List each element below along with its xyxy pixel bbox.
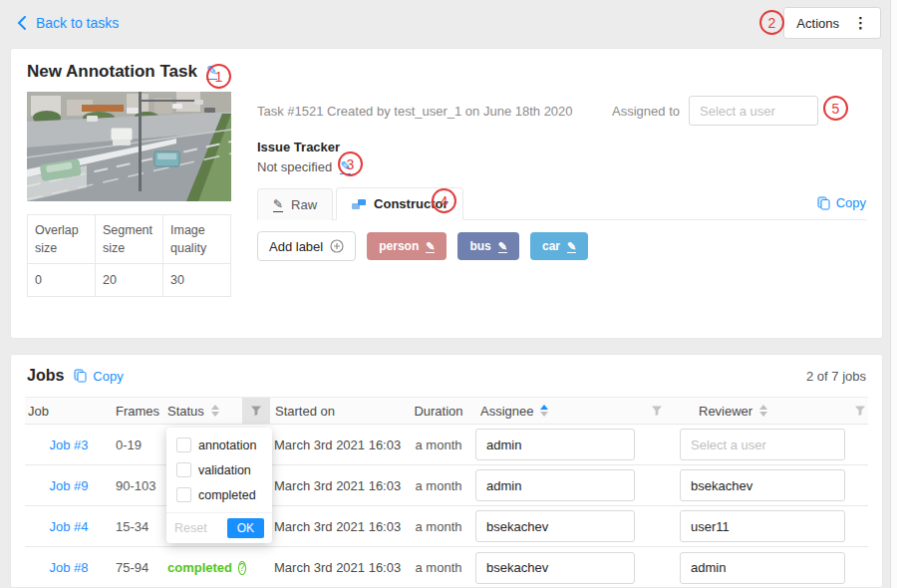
filter-option-completed-label: completed xyxy=(198,488,256,502)
column-started-on: Started on xyxy=(270,398,406,424)
actions-label: Actions xyxy=(796,16,839,31)
job-duration: a month xyxy=(406,560,471,575)
jobs-copy-link[interactable]: Copy xyxy=(74,369,123,384)
task-preview-column: Overlap size Segment size Image quality … xyxy=(27,92,231,297)
topbar-right: Actions ⋮ xyxy=(783,7,881,39)
jobs-title: Jobs xyxy=(27,367,64,385)
task-meta: Task #1521 Created by test_user_1 on Jun… xyxy=(257,104,573,119)
param-header-overlap: Overlap size xyxy=(28,215,96,264)
filter-option-annotation-label: annotation xyxy=(198,439,256,452)
plus-circle-icon xyxy=(330,239,344,253)
jobs-card: Jobs Copy 2 of 7 jobs Job Frames Status … xyxy=(10,354,883,588)
add-label-text: Add label xyxy=(269,239,323,254)
annotation-marker-1: 1 xyxy=(206,64,231,89)
param-header-segment: Segment size xyxy=(96,215,163,264)
job-row-8: Job #8 75-94 completed ? March 3rd 2021 … xyxy=(25,547,868,588)
job-frames: 90-103 xyxy=(113,478,164,493)
job-frames: 75-94 xyxy=(113,560,164,575)
column-frames: Frames xyxy=(113,398,164,424)
job-link[interactable]: Job #9 xyxy=(25,478,113,493)
annotation-marker-5: 5 xyxy=(823,96,848,121)
filter-funnel-icon xyxy=(651,405,663,417)
column-job: Job xyxy=(25,398,113,424)
job-reviewer-input[interactable] xyxy=(680,429,845,460)
column-assignee[interactable]: Assignee xyxy=(471,398,639,424)
edit-label-person-icon[interactable]: ✎ xyxy=(426,240,435,253)
back-chevron-icon xyxy=(16,16,27,30)
filter-option-annotation[interactable]: annotation xyxy=(166,433,272,457)
label-chip-person[interactable]: person ✎ xyxy=(367,232,447,260)
filter-reset-button[interactable]: Reset xyxy=(174,521,207,535)
job-link[interactable]: Job #3 xyxy=(25,438,113,452)
traffic-scene-image xyxy=(27,92,231,201)
param-value-quality: 30 xyxy=(163,264,231,297)
scrollbar-track[interactable] xyxy=(890,0,897,588)
param-header-quality: Image quality xyxy=(163,215,231,264)
label-chip-bus-text: bus xyxy=(469,239,490,253)
filter-option-completed[interactable]: completed xyxy=(166,482,272,507)
task-preview-image xyxy=(27,92,231,201)
status-filter-button[interactable] xyxy=(242,398,270,424)
constructor-blocks-icon xyxy=(352,198,366,210)
annotation-marker-2: 2 xyxy=(759,10,784,35)
jobs-table-header: Job Frames Status Started on Duration As… xyxy=(25,397,868,425)
checkbox-validation[interactable] xyxy=(176,462,191,477)
status-sort-icon[interactable] xyxy=(211,405,219,417)
add-label-button[interactable]: Add label xyxy=(257,231,356,261)
filter-ok-button[interactable]: OK xyxy=(227,518,264,538)
job-assignee-input[interactable] xyxy=(475,429,635,460)
task-title: New Annotation Task xyxy=(27,62,197,82)
job-row-9: Job #9 90-103 March 3rd 2021 16:03 a mon… xyxy=(25,465,868,506)
annotation-marker-3: 3 xyxy=(338,151,363,176)
column-reviewer[interactable]: Reviewer xyxy=(675,398,846,424)
column-status-label: Status xyxy=(167,404,204,419)
task-parameters-table: Overlap size Segment size Image quality … xyxy=(27,214,231,297)
filter-option-validation[interactable]: validation xyxy=(166,457,272,482)
job-link[interactable]: Job #4 xyxy=(25,519,113,534)
job-link[interactable]: Job #8 xyxy=(25,560,113,575)
label-chip-bus[interactable]: bus ✎ xyxy=(457,232,519,260)
job-status: completed ? xyxy=(164,560,242,575)
job-row-3: Job #3 0-19 March 3rd 2021 16:03 a month xyxy=(25,425,868,465)
reviewer-filter-button[interactable] xyxy=(846,398,874,424)
job-assignee-input[interactable] xyxy=(475,469,635,501)
jobs-count: 2 of 7 jobs xyxy=(806,369,866,384)
job-started-on: March 3rd 2021 16:03 xyxy=(270,560,406,575)
assignee-sort-icon[interactable] xyxy=(540,405,548,417)
job-started-on: March 3rd 2021 16:03 xyxy=(270,478,406,493)
back-to-tasks-link[interactable]: Back to tasks xyxy=(16,15,119,31)
annotation-marker-4: 4 xyxy=(432,188,456,213)
back-to-tasks-label: Back to tasks xyxy=(36,15,119,31)
job-duration: a month xyxy=(406,478,471,493)
job-reviewer-input[interactable] xyxy=(680,510,845,542)
labels-tabs: ✎ Raw Constructor Copy xyxy=(257,187,866,220)
checkbox-completed[interactable] xyxy=(176,487,191,502)
raw-pencil-icon: ✎ xyxy=(273,198,283,212)
jobs-copy-label: Copy xyxy=(93,369,123,384)
job-reviewer-input[interactable] xyxy=(680,469,845,501)
checkbox-annotation[interactable] xyxy=(176,438,191,452)
job-row-4: Job #4 15-34 March 3rd 2021 16:03 a mont… xyxy=(25,506,868,547)
job-reviewer-input[interactable] xyxy=(680,552,845,584)
labels-copy-link[interactable]: Copy xyxy=(817,195,866,210)
actions-button[interactable]: Actions ⋮ xyxy=(783,7,881,39)
column-status[interactable]: Status xyxy=(164,398,242,424)
tab-raw[interactable]: ✎ Raw xyxy=(257,188,333,220)
edit-label-car-icon[interactable]: ✎ xyxy=(567,240,576,253)
labels-constructor-area: Add label person ✎ bus ✎ car ✎ xyxy=(257,231,866,261)
job-started-on: March 3rd 2021 16:03 xyxy=(270,438,406,452)
reviewer-sort-icon[interactable] xyxy=(759,405,767,417)
label-chip-car[interactable]: car ✎ xyxy=(530,232,588,260)
job-assignee-input[interactable] xyxy=(475,510,635,542)
param-value-segment: 20 xyxy=(96,264,163,297)
assigned-to-input[interactable] xyxy=(689,96,818,126)
edit-label-bus-icon[interactable]: ✎ xyxy=(498,240,507,253)
job-assignee-input[interactable] xyxy=(475,552,635,584)
status-filter-dropdown: annotation validation completed Reset OK xyxy=(166,428,272,543)
job-duration: a month xyxy=(406,438,471,452)
copy-icon xyxy=(817,196,830,210)
status-help-icon[interactable]: ? xyxy=(238,561,246,575)
assignee-filter-button[interactable] xyxy=(639,398,675,424)
filter-funnel-icon xyxy=(250,405,262,417)
job-frames: 15-34 xyxy=(113,519,164,534)
